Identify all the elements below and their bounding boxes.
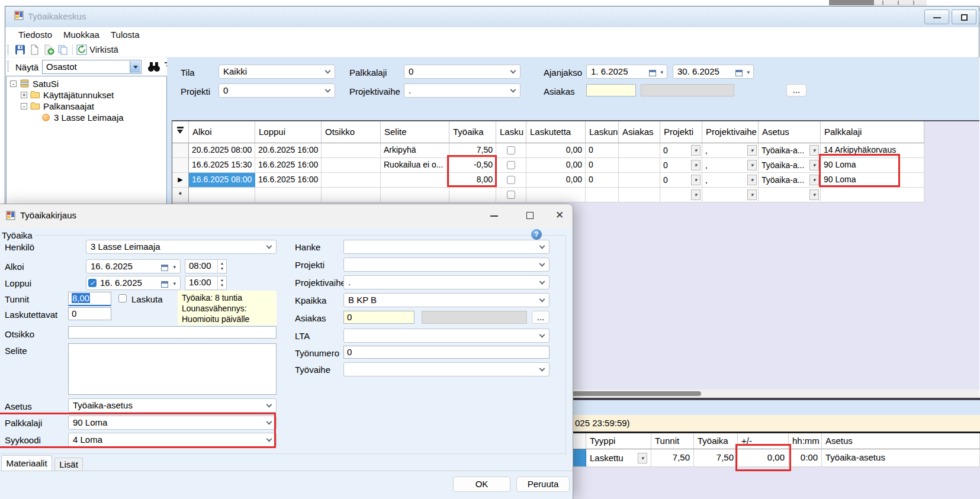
row-header[interactable]	[172, 143, 189, 158]
kpaikka-combobox[interactable]: B KP B	[343, 293, 550, 307]
tree-expander-icon[interactable]: +	[21, 92, 27, 98]
cell-lasku[interactable]	[496, 188, 526, 202]
col-header-hhmm[interactable]: hh:mm	[789, 433, 822, 449]
tyonumero-input[interactable]: 0	[343, 346, 550, 359]
dropdown-button[interactable]: ▾	[747, 145, 757, 156]
cell-laskunr[interactable]: 0	[586, 143, 619, 158]
refresh-icon[interactable]	[76, 44, 87, 57]
col-header-plusminus[interactable]: +/-	[738, 433, 789, 449]
palkkalaji-combobox[interactable]: 90 Loma	[68, 416, 277, 430]
hanke-combobox[interactable]	[343, 240, 550, 254]
combobox-dropdown-button[interactable]	[130, 61, 140, 73]
view-selector-combobox[interactable]: Osastot	[42, 60, 142, 74]
cell-projekti[interactable]: ▾	[660, 188, 702, 202]
loppui-date-picker[interactable]: ✓ 16. 6.2025 ▾	[86, 276, 181, 290]
dropdown-button[interactable]: ▾	[691, 189, 701, 200]
laskutettavat-input[interactable]: 0	[68, 307, 111, 320]
asiakas-browse-button[interactable]: ...	[532, 311, 550, 324]
tree-expander-icon[interactable]: -	[21, 103, 27, 110]
checkbox-unchecked[interactable]	[507, 191, 515, 199]
cell-projektivaihe[interactable]: ,▾	[702, 173, 759, 188]
cell-loppui[interactable]: 16.6.2025 16:00	[255, 158, 322, 173]
table-row-selected[interactable]: ▶ 16.6.2025 08:00 16.6.2025 16:00 8,00 0…	[172, 173, 924, 188]
down-arrow-icon[interactable]: ▼	[220, 283, 224, 288]
menu-tiedosto[interactable]: Tiedosto	[18, 30, 52, 40]
cell-asetus[interactable]: Työaika-a...▾	[759, 143, 821, 158]
checkbox-unchecked[interactable]	[507, 176, 515, 184]
chevron-down-icon[interactable]: ▾	[173, 264, 176, 270]
cell-tyoaika[interactable]: 7,50	[449, 143, 496, 158]
tab-materiaalit[interactable]: Materiaalit	[1, 455, 52, 471]
asiakas-code-input[interactable]	[586, 84, 636, 96]
add-item-icon[interactable]	[43, 44, 54, 57]
cell-asiakas[interactable]	[619, 188, 660, 202]
table-row[interactable]: 20.6.2025 08:00 20.6.2025 16:00 Arkipyhä…	[172, 143, 924, 158]
calc-cell-plusminus[interactable]: 0,00	[738, 449, 789, 467]
cell-projektivaihe[interactable]: ,▾	[702, 143, 759, 158]
tunnit-input[interactable]: 8,00	[68, 292, 111, 306]
col-header-asetus[interactable]: Asetus	[759, 121, 821, 143]
dialog-maximize-button[interactable]	[526, 212, 534, 219]
col-header-asetus[interactable]: Asetus	[822, 433, 980, 449]
up-arrow-icon[interactable]: ▲	[220, 278, 224, 283]
cell-alkoi-selected[interactable]: 16.6.2025 08:00	[189, 173, 255, 188]
chevron-down-icon[interactable]: ▾	[173, 281, 176, 286]
laskuta-checkbox[interactable]	[118, 294, 127, 302]
row-header-current[interactable]: ▶	[172, 173, 189, 188]
menu-tulosta[interactable]: Tulosta	[111, 30, 140, 40]
col-header-laskunr[interactable]: Laskunr	[586, 121, 619, 143]
cell-laskutetta[interactable]: 0,00	[526, 158, 586, 173]
copy-icon[interactable]	[57, 44, 69, 57]
cell-loppui[interactable]: 20.6.2025 16:00	[255, 143, 322, 158]
checkbox-checked[interactable]: ✓	[88, 279, 97, 287]
cell-projektivaihe[interactable]: ▾	[702, 188, 759, 202]
cell-asetus[interactable]: Työaika-a...▾	[759, 173, 821, 188]
menu-muokkaa[interactable]: Muokkaa	[63, 30, 99, 40]
dropdown-button[interactable]: ▾	[809, 145, 819, 156]
help-icon[interactable]: ?	[531, 229, 542, 240]
calc-row[interactable]: Laskettu▾ 7,50 7,50 0,00 0:00 Työaika-as…	[573, 449, 980, 467]
col-header-palkkalaji[interactable]: Palkkalaji	[821, 121, 924, 143]
selite-textarea[interactable]	[68, 343, 277, 395]
cell-asiakas[interactable]	[619, 158, 660, 173]
col-header-selite[interactable]: Selite	[381, 121, 449, 143]
chevron-down-icon[interactable]: ▾	[747, 69, 750, 75]
cancel-button[interactable]: Peruuta	[516, 477, 570, 492]
cell-laskunr[interactable]: 0	[586, 158, 619, 173]
cell-asiakas[interactable]	[619, 143, 660, 158]
calc-cell-tyyppi[interactable]: Laskettu▾	[586, 449, 651, 467]
dropdown-button[interactable]: ▾	[638, 453, 647, 463]
calc-row-marker[interactable]	[573, 449, 586, 467]
col-header-laskutetta[interactable]: Laskutetta	[526, 121, 586, 143]
cell-projekti[interactable]: 0▾	[660, 173, 702, 188]
minimize-button[interactable]	[924, 9, 949, 24]
cell-otsikko[interactable]	[322, 188, 381, 202]
col-header-projekti[interactable]: Projekti	[660, 121, 702, 143]
asiakas-browse-button[interactable]: ...	[786, 84, 807, 96]
col-header-tunnit[interactable]: Tunnit	[651, 433, 694, 449]
dropdown-button[interactable]: ▾	[809, 175, 819, 185]
cell-laskutetta[interactable]: 0,00	[526, 173, 586, 188]
projektivaihe-combobox[interactable]: .	[343, 275, 550, 289]
col-header-otsikko[interactable]: Otsikko	[322, 121, 381, 143]
henkilo-combobox[interactable]: 3 Lasse Leimaaja	[86, 240, 277, 254]
syykoodi-combobox[interactable]: 4 Loma	[68, 433, 277, 447]
asetus-combobox[interactable]: Työaika-asetus	[68, 398, 277, 413]
chevron-down-icon[interactable]: ▾	[660, 69, 663, 75]
cell-alkoi[interactable]: 16.6.2025 15:30	[189, 158, 255, 173]
scrollbar-thumb[interactable]	[564, 391, 701, 396]
date-to-picker[interactable]: 30. 6.2025 ▾	[673, 65, 754, 79]
cell-selite[interactable]: Arkipyhä	[381, 143, 449, 158]
dropdown-button[interactable]: ▾	[747, 160, 757, 170]
up-arrow-icon[interactable]: ▲	[220, 261, 224, 266]
calc-cell-asetus[interactable]: Työaika-asetus	[822, 449, 980, 467]
dropdown-button[interactable]: ▾	[809, 160, 819, 170]
dropdown-button[interactable]: ▾	[691, 145, 701, 156]
cell-lasku[interactable]	[496, 143, 526, 158]
loppui-time-spinner[interactable]: 16:00 ▲▼	[185, 276, 227, 290]
calc-cell-tunnit[interactable]: 7,50	[651, 449, 694, 467]
cell-projektivaihe[interactable]: ,▾	[702, 158, 759, 173]
dialog-close-button[interactable]: ✕	[555, 209, 564, 221]
spinner-arrows[interactable]: ▲▼	[217, 276, 226, 289]
dropdown-button[interactable]: ▾	[809, 189, 819, 200]
